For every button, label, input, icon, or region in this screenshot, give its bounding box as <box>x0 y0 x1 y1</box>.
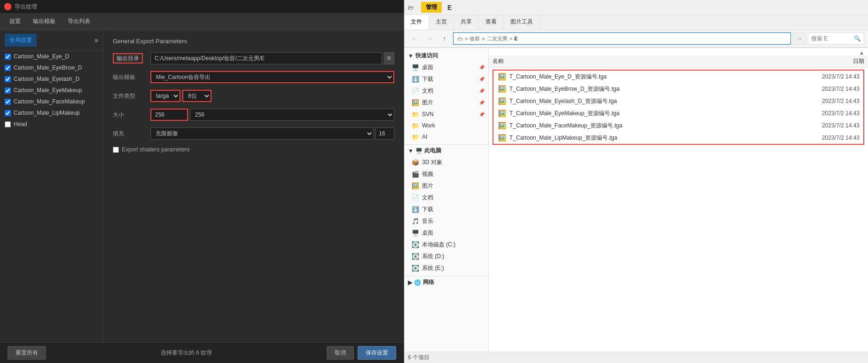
size-row: 大小 256 512 1024 2048 4096 <box>113 109 394 121</box>
forward-btn[interactable]: → <box>423 32 436 45</box>
save-btn[interactable]: 保存设置 <box>358 346 396 360</box>
sidebar-item-head[interactable]: Head <box>0 118 103 130</box>
ribbon-tab-view[interactable]: 查看 <box>479 15 504 30</box>
back-btn[interactable]: ← <box>408 32 421 45</box>
explorer-status-bar: 6 个项目 <box>404 352 868 363</box>
nav-videos[interactable]: 🎬 视频 <box>404 168 488 180</box>
size-select[interactable]: 256 512 1024 2048 4096 <box>190 109 394 121</box>
sort-indicator: ▲ <box>489 48 868 55</box>
nav-drive-e[interactable]: 💽 系统 (E:) <box>404 262 488 274</box>
quick-access-header[interactable]: ▼ 快速访问 <box>404 50 488 62</box>
checkbox-eyemakeup[interactable] <box>5 87 11 94</box>
export-preset-row: 输出模板 Mw_Cartoon妆容导出 默认导出 自定义 <box>113 71 394 83</box>
nav-desktop[interactable]: 🖥️ 桌面 📌 <box>404 62 488 73</box>
label-lipmakeup: Cartoon_Male_LipMakeup <box>14 110 80 116</box>
pin-downloads: 📌 <box>479 77 485 82</box>
file-name-3: T_Cartoon_Male_EyeMakeup_资源编号.tga <box>509 110 789 118</box>
pictures-pc-icon: 🖼️ <box>412 182 419 190</box>
search-input[interactable] <box>811 35 852 42</box>
nav-3d-objects[interactable]: 📦 3D 对象 <box>404 157 488 168</box>
nav-toolbar: ← → ↑ 🗁 > 妆容 > 二次元男 > E → 🔍 <box>404 30 868 47</box>
this-pc-header[interactable]: ▼ 🖥️ 此电脑 <box>404 144 488 157</box>
network-header[interactable]: ▶ 🌐 网络 <box>404 276 488 288</box>
manage-tab[interactable]: 管理 <box>421 2 442 13</box>
drive-c-icon: 💽 <box>412 241 419 249</box>
status-text: 选择要导出的 6 纹理 <box>161 349 212 357</box>
nav-work[interactable]: 📁 Work <box>404 120 488 131</box>
fill-num-input[interactable] <box>375 127 394 140</box>
up-btn[interactable]: ↑ <box>438 32 451 45</box>
nav-svn[interactable]: 📁 SVN 📌 <box>404 109 488 120</box>
output-dir-browse-btn[interactable]: R <box>384 52 394 64</box>
file-type-select[interactable]: targa png jpeg bmp tiff <box>150 90 180 102</box>
nav-downloads-pc[interactable]: ⬇️ 下载 <box>404 204 488 215</box>
file-item-2[interactable]: 🖼️ T_Cartoon_Male_Eyelash_D_资源编号.tga 202… <box>493 95 863 107</box>
export-shaders-checkbox[interactable] <box>113 147 119 153</box>
file-item-5[interactable]: 🖼️ T_Cartoon_Male_LipMakeup_资源编号.tga 202… <box>493 132 863 144</box>
file-icon-4: 🖼️ <box>497 121 507 130</box>
export-preset-select[interactable]: Mw_Cartoon妆容导出 默认导出 自定义 <box>150 71 394 83</box>
size-input[interactable] <box>150 109 188 121</box>
ribbon-tab-share[interactable]: 共享 <box>454 15 479 30</box>
main-content: General Export Parameters 输出目录 R 输出模板 <box>103 30 404 342</box>
checkbox-eyelash-d[interactable] <box>5 76 11 82</box>
explorer-status-text: 6 个项目 <box>408 354 430 362</box>
sidebar-menu-icon[interactable]: ≡ <box>94 37 98 44</box>
file-item-1[interactable]: 🖼️ T_Cartoon_Male_EyeBrow_D_资源编号.tga 202… <box>493 83 863 95</box>
desktop-pc-icon: 🖥️ <box>412 229 419 237</box>
reset-all-btn[interactable]: 重置所有 <box>8 346 46 360</box>
cancel-btn[interactable]: 取消 <box>327 346 354 360</box>
tab-settings[interactable]: 设置 <box>4 16 26 27</box>
nav-music[interactable]: 🎵 音乐 <box>404 215 488 227</box>
tab-export-list[interactable]: 导出列表 <box>62 16 96 27</box>
col-date[interactable]: 日期 <box>794 57 864 65</box>
nav-ai[interactable]: 📁 AI <box>404 131 488 142</box>
ribbon-tab-home[interactable]: 主页 <box>429 15 454 30</box>
checkbox-head[interactable] <box>5 121 11 127</box>
sidebar-item-facemakeup[interactable]: Cartoon_Male_FaceMakeup <box>0 96 103 107</box>
file-item-0[interactable]: 🖼️ T_Cartoon_Male_Eye_D_资源编号.tga 2023/7/… <box>493 71 863 83</box>
ribbon-tab-picture-tools[interactable]: 图片工具 <box>504 15 540 30</box>
sidebar-item-eyebrow-d[interactable]: Cartoon_Male_EyeBrow_D <box>0 62 103 73</box>
tab-export-template[interactable]: 输出模板 <box>27 16 61 27</box>
checkbox-eye-d[interactable] <box>5 54 11 60</box>
nav-downloads[interactable]: ⬇️ 下载 📌 <box>404 73 488 85</box>
output-dir-input[interactable] <box>150 52 382 64</box>
file-name-1: T_Cartoon_Male_EyeBrow_D_资源编号.tga <box>509 85 789 93</box>
col-name[interactable]: 名称 <box>493 57 794 65</box>
highlighted-file-group: 🖼️ T_Cartoon_Male_Eye_D_资源编号.tga 2023/7/… <box>493 70 864 145</box>
checkbox-lipmakeup[interactable] <box>5 110 11 116</box>
output-dir-label-text: 输出目录 <box>113 53 143 63</box>
file-icon-1: 🖼️ <box>497 84 507 94</box>
label-eye-d: Cartoon_Male_Eye_D <box>14 53 69 60</box>
file-type-container: targa png jpeg bmp tiff 8位 16位 32位 <box>150 90 394 102</box>
nav-drive-c[interactable]: 💽 本地磁盘 (C:) <box>404 239 488 251</box>
nav-pictures-pc[interactable]: 🖼️ 图片 <box>404 180 488 192</box>
file-item-4[interactable]: 🖼️ T_Cartoon_Male_FaceMakeup_资源编号.tga 20… <box>493 119 863 132</box>
file-item-3[interactable]: 🖼️ T_Cartoon_Male_EyeMakeup_资源编号.tga 202… <box>493 107 863 119</box>
nav-desktop-pc[interactable]: 🖥️ 桌面 <box>404 227 488 239</box>
address-go-btn[interactable]: → <box>793 32 806 45</box>
size-container: 256 512 1024 2048 4096 <box>150 109 394 121</box>
sidebar-item-eyelash-d[interactable]: Cartoon_Male_Eyelash_D <box>0 73 103 85</box>
fill-row: 填充 无限膨胀 固定填充 无填充 <box>113 127 394 140</box>
file-bits-select[interactable]: 8位 16位 32位 <box>182 90 211 102</box>
title-bar: 🔴 导出纹理 <box>0 0 404 13</box>
nav-documents[interactable]: 📄 文档 📌 <box>404 85 488 97</box>
nav-desktop-pc-label: 桌面 <box>422 229 433 237</box>
sidebar-item-eyemakeup[interactable]: Cartoon_Male_EyeMakeup <box>0 85 103 96</box>
nav-pictures[interactable]: 🖼️ 图片 📌 <box>404 97 488 109</box>
sidebar-item-eye-d[interactable]: Cartoon_Male_Eye_D <box>0 51 103 62</box>
sidebar-items-list: Cartoon_Male_Eye_D Cartoon_Male_EyeBrow_… <box>0 51 103 342</box>
file-icon-2: 🖼️ <box>497 96 507 106</box>
nav-drive-d[interactable]: 💽 系统 (D:) <box>404 251 488 262</box>
global-settings-label[interactable]: 全局设置 <box>5 34 37 47</box>
quick-access-label: 快速访问 <box>415 52 438 60</box>
nav-documents-label: 文档 <box>422 87 433 95</box>
nav-documents-pc[interactable]: 📄 文档 <box>404 192 488 204</box>
sidebar-item-lipmakeup[interactable]: Cartoon_Male_LipMakeup <box>0 107 103 118</box>
checkbox-eyebrow-d[interactable] <box>5 65 11 71</box>
checkbox-facemakeup[interactable] <box>5 99 11 105</box>
fill-select[interactable]: 无限膨胀 固定填充 无填充 <box>150 127 374 140</box>
ribbon-tab-file[interactable]: 文件 <box>404 15 429 30</box>
